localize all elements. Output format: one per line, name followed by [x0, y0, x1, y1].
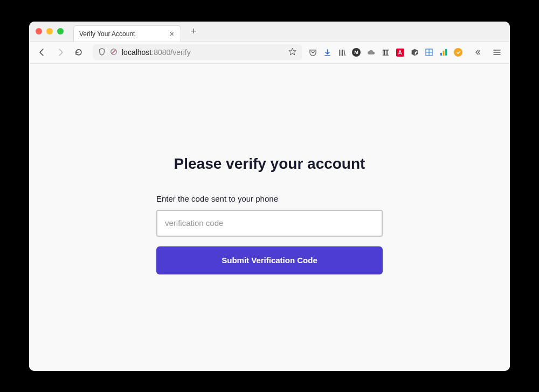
- browser-tab[interactable]: Verify Your Account ×: [73, 25, 181, 42]
- browser-toolbar: localhost:8080/verify M: [29, 42, 510, 64]
- reload-button[interactable]: [71, 45, 86, 60]
- page-heading: Please verify your account: [156, 155, 383, 173]
- extension-grid-icon[interactable]: [425, 48, 433, 57]
- bookmark-star-icon[interactable]: [288, 47, 296, 57]
- extension-angular-icon[interactable]: A: [396, 48, 404, 57]
- address-bar[interactable]: localhost:8080/verify: [93, 44, 302, 60]
- svg-rect-6: [443, 51, 445, 56]
- permissions-icon: [110, 48, 118, 57]
- svg-line-1: [112, 50, 116, 53]
- pocket-icon[interactable]: [308, 48, 317, 57]
- overflow-menu-icon[interactable]: [468, 45, 483, 60]
- library-icon[interactable]: [337, 48, 346, 57]
- close-tab-icon[interactable]: ×: [169, 30, 175, 38]
- close-window-button[interactable]: [36, 28, 42, 35]
- page-content: Please verify your account Enter the cod…: [29, 64, 510, 371]
- forward-button[interactable]: [53, 45, 68, 60]
- extension-m-icon[interactable]: M: [352, 48, 361, 57]
- tab-bar: Verify Your Account × +: [29, 22, 510, 42]
- new-tab-button[interactable]: +: [189, 24, 199, 38]
- url-text: localhost:8080/verify: [122, 48, 284, 57]
- field-label: Enter the code sent to your phone: [156, 194, 383, 203]
- verify-form: Please verify your account Enter the cod…: [156, 155, 383, 274]
- extension-cube-icon[interactable]: [410, 48, 419, 57]
- back-button[interactable]: [34, 45, 50, 60]
- extension-bars-icon[interactable]: [381, 48, 390, 57]
- extension-cloud-icon[interactable]: [367, 48, 375, 57]
- shield-icon: [98, 48, 106, 57]
- svg-rect-7: [445, 49, 447, 56]
- extension-chart-icon[interactable]: [439, 48, 448, 57]
- browser-window: Verify Your Account × + localhost:8080/v…: [29, 22, 510, 371]
- tab-title: Verify Your Account: [79, 30, 169, 38]
- hamburger-menu-icon[interactable]: [489, 45, 505, 60]
- extension-check-icon[interactable]: [454, 48, 462, 57]
- extension-icons: M A: [308, 45, 505, 60]
- maximize-window-button[interactable]: [57, 28, 64, 35]
- minimize-window-button[interactable]: [46, 28, 53, 35]
- window-controls: [36, 28, 64, 35]
- submit-button[interactable]: Submit Verification Code: [156, 246, 383, 274]
- download-icon[interactable]: [323, 48, 331, 57]
- verification-code-input[interactable]: [156, 210, 383, 237]
- svg-rect-5: [440, 53, 442, 56]
